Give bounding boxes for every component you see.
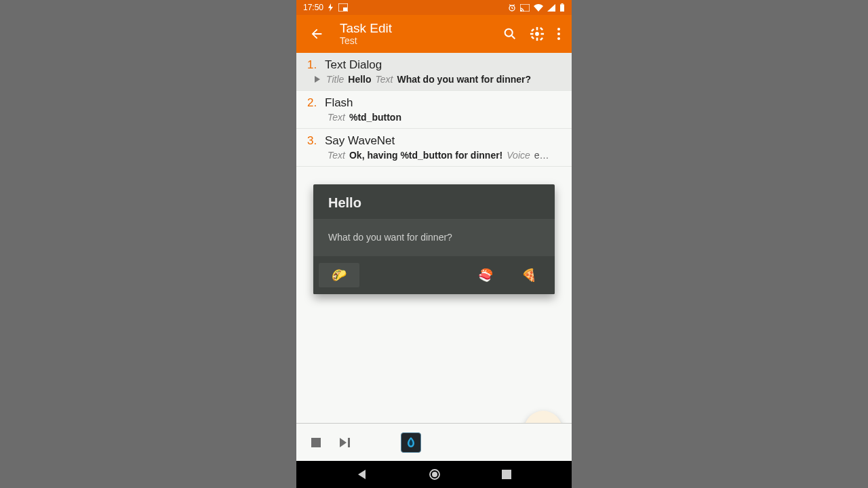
svg-rect-21	[348, 438, 350, 447]
stop-button[interactable]	[310, 436, 322, 449]
step-button[interactable]	[338, 436, 352, 449]
wifi-icon	[534, 4, 543, 12]
svg-point-8	[535, 32, 539, 36]
svg-rect-16	[531, 36, 534, 39]
svg-rect-10	[536, 38, 538, 41]
overflow-menu-icon[interactable]	[557, 26, 561, 41]
nav-home-button[interactable]	[428, 468, 441, 481]
svg-point-4	[520, 10, 521, 12]
android-nav-bar	[296, 461, 572, 488]
svg-rect-1	[343, 7, 347, 11]
param-value: e…	[534, 150, 549, 161]
action-number: 1.	[307, 58, 317, 72]
phone-frame: 17:50	[296, 0, 572, 488]
search-icon[interactable]	[502, 26, 517, 41]
param-label: Text	[376, 74, 393, 85]
page-subtitle: Test	[340, 35, 502, 46]
dialog-button-3[interactable]: 🍕	[509, 263, 549, 287]
param-value: What do you want for dinner?	[397, 74, 532, 85]
nav-recents-button[interactable]	[501, 469, 512, 480]
bolt-icon	[328, 3, 334, 12]
cast-icon	[520, 4, 530, 12]
dialog-button-1[interactable]: 🌮	[319, 263, 359, 287]
pip-icon	[338, 3, 348, 12]
action-name: Flash	[325, 96, 353, 110]
svg-point-7	[505, 29, 513, 37]
dialog-title: Hello	[313, 184, 555, 220]
signal-icon	[547, 4, 555, 12]
action-name: Text Dialog	[325, 58, 382, 72]
param-label: Text	[328, 150, 345, 161]
action-list: 1. Text Dialog Title Hello Text What do …	[296, 53, 572, 167]
app-bar: Task Edit Test	[296, 15, 572, 53]
action-name: Say WaveNet	[325, 134, 395, 148]
alarm-icon	[508, 3, 516, 12]
nav-back-button[interactable]	[356, 468, 368, 481]
dialog-button-2[interactable]: 🍣	[465, 263, 506, 287]
play-icon[interactable]	[313, 76, 322, 83]
svg-point-23	[432, 472, 437, 477]
param-label: Title	[326, 74, 344, 85]
page-title: Task Edit	[340, 22, 502, 36]
svg-point-18	[557, 33, 560, 35]
action-item-2[interactable]: 2. Flash Text %td_button	[296, 91, 572, 129]
svg-rect-9	[536, 27, 538, 30]
param-label: Text	[328, 112, 345, 123]
svg-rect-24	[502, 470, 511, 479]
action-item-1[interactable]: 1. Text Dialog Title Hello Text What do …	[296, 53, 572, 91]
dialog-body: What do you want for dinner?	[313, 220, 555, 256]
back-button[interactable]	[302, 26, 332, 41]
svg-rect-15	[540, 27, 543, 30]
svg-point-19	[557, 37, 560, 40]
param-value: Hello	[348, 74, 371, 85]
action-number: 2.	[307, 96, 317, 110]
svg-point-17	[557, 28, 560, 30]
svg-rect-12	[541, 33, 545, 35]
svg-rect-6	[561, 3, 564, 5]
battery-icon	[559, 3, 565, 12]
svg-rect-11	[530, 33, 534, 35]
param-value: Ok, having %td_button for dinner!	[349, 150, 502, 161]
svg-rect-14	[540, 37, 543, 41]
dialog-button-row: 🌮 🍣 🍕	[313, 256, 555, 294]
svg-rect-20	[311, 438, 321, 447]
text-dialog: Hello What do you want for dinner? 🌮 🍣 🍕	[313, 184, 555, 294]
bottom-toolbar	[296, 423, 572, 461]
status-bar: 17:50	[296, 0, 572, 15]
gear-icon[interactable]	[530, 26, 545, 41]
svg-rect-13	[531, 28, 534, 32]
action-item-3[interactable]: 3. Say WaveNet Text Ok, having %td_butto…	[296, 129, 572, 167]
param-label: Voice	[507, 150, 530, 161]
action-number: 3.	[307, 134, 317, 148]
param-value: %td_button	[349, 112, 401, 123]
tasker-app-icon[interactable]	[401, 432, 421, 453]
clock: 17:50	[303, 3, 323, 12]
svg-rect-5	[560, 5, 564, 12]
